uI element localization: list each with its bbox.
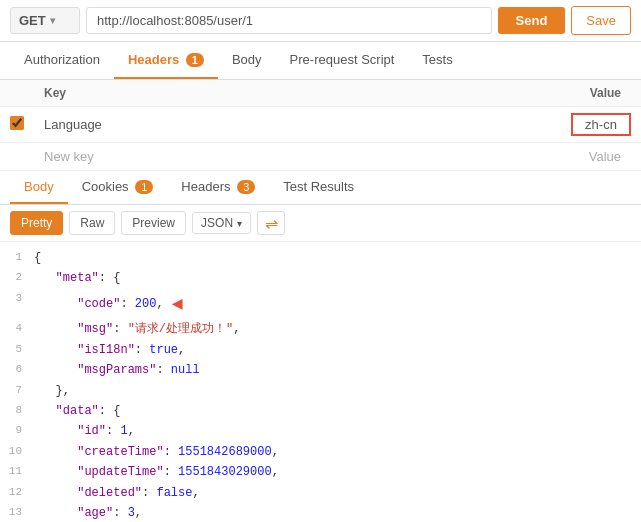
- tab-body[interactable]: Body: [218, 42, 276, 79]
- json-line-6: 6 "msgParams": null: [0, 360, 641, 380]
- header-checkbox-language[interactable]: [10, 116, 24, 130]
- method-label: GET: [19, 13, 46, 28]
- headers-badge: 1: [186, 53, 204, 67]
- tab-authorization[interactable]: Authorization: [10, 42, 114, 79]
- top-bar: GET ▾ Send Save: [0, 0, 641, 42]
- tab-response-body[interactable]: Body: [10, 171, 68, 204]
- send-button[interactable]: Send: [498, 7, 566, 34]
- tab-test-results[interactable]: Test Results: [269, 171, 368, 204]
- arrow-annotation: ◀: [172, 289, 183, 320]
- tab-headers[interactable]: Headers 1: [114, 42, 218, 79]
- json-line-11: 11 "updateTime": 1551843029000,: [0, 462, 641, 482]
- resp-headers-badge: 3: [237, 180, 255, 194]
- json-line-8: 8 "data": {: [0, 401, 641, 421]
- pretty-btn[interactable]: Pretty: [10, 211, 63, 235]
- chevron-down-icon: ▾: [50, 15, 55, 26]
- json-line-5: 5 "isI18n": true,: [0, 340, 641, 360]
- wrap-icon[interactable]: ⇌: [257, 211, 285, 235]
- tab-response-cookies[interactable]: Cookies 1: [68, 171, 168, 204]
- format-row: Pretty Raw Preview JSON ▾ ⇌: [0, 205, 641, 242]
- new-key-placeholder[interactable]: New key: [34, 143, 333, 171]
- tab-prerequest[interactable]: Pre-request Script: [276, 42, 409, 79]
- json-line-3: 3 "code": 200,◀: [0, 289, 641, 320]
- json-line-4: 4 "msg": "请求/处理成功！",: [0, 319, 641, 339]
- json-line-13: 13 "age": 3,: [0, 503, 641, 522]
- json-line-10: 10 "createTime": 1551842689000,: [0, 442, 641, 462]
- json-format-select[interactable]: JSON ▾: [192, 212, 251, 234]
- url-input[interactable]: [86, 7, 492, 34]
- headers-section: Key Value Language zh-cn New key Value: [0, 80, 641, 171]
- save-button[interactable]: Save: [571, 6, 631, 35]
- header-row-language: Language zh-cn: [0, 107, 641, 143]
- new-value-placeholder[interactable]: Value: [333, 143, 641, 171]
- json-body: 1 { 2 "meta": { 3 "code": 200,◀ 4 "msg":…: [0, 242, 641, 522]
- method-select[interactable]: GET ▾: [10, 7, 80, 34]
- tab-tests[interactable]: Tests: [408, 42, 466, 79]
- header-key-language: Language: [34, 107, 333, 143]
- json-line-2: 2 "meta": {: [0, 268, 641, 288]
- response-tab-row: Body Cookies 1 Headers 3 Test Results: [0, 171, 641, 205]
- tab-response-headers[interactable]: Headers 3: [167, 171, 269, 204]
- preview-btn[interactable]: Preview: [121, 211, 186, 235]
- col-value-header: Value: [333, 80, 641, 107]
- cookies-badge: 1: [135, 180, 153, 194]
- headers-table: Key Value Language zh-cn New key Value: [0, 80, 641, 171]
- json-line-12: 12 "deleted": false,: [0, 483, 641, 503]
- header-new-row: New key Value: [0, 143, 641, 171]
- json-line-9: 9 "id": 1,: [0, 421, 641, 441]
- json-line-1: 1 {: [0, 248, 641, 268]
- json-line-7: 7 },: [0, 381, 641, 401]
- request-tab-row: Authorization Headers 1 Body Pre-request…: [0, 42, 641, 80]
- chevron-down-icon: ▾: [237, 218, 242, 229]
- col-key-header: Key: [34, 80, 333, 107]
- header-value-language: zh-cn: [571, 113, 631, 136]
- raw-btn[interactable]: Raw: [69, 211, 115, 235]
- json-format-label: JSON: [201, 216, 233, 230]
